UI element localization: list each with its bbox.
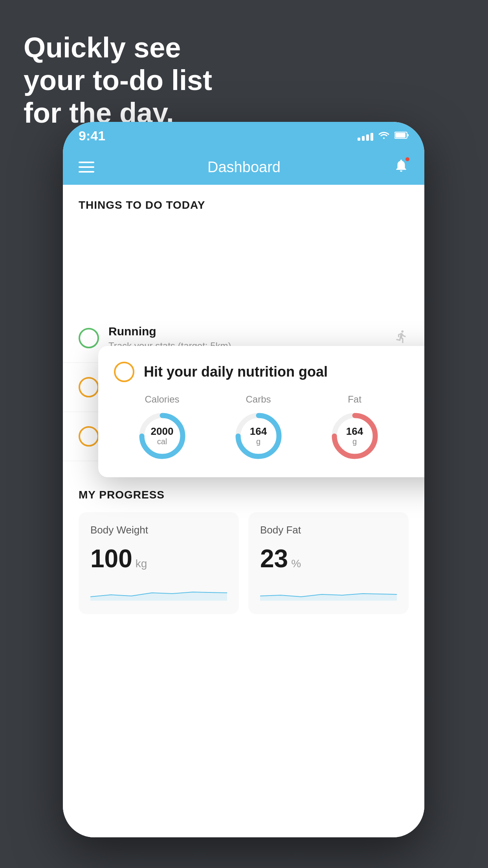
- calories-item: Calories 2000 cal: [137, 394, 188, 462]
- svg-rect-2: [407, 134, 409, 136]
- body-weight-card[interactable]: Body Weight 100 kg: [79, 512, 239, 614]
- fat-value: 164 g: [346, 426, 363, 446]
- notification-dot: [405, 156, 410, 162]
- carbs-label: Carbs: [246, 394, 271, 405]
- app-content: THINGS TO DO TODAY Hit your daily nutrit…: [63, 185, 424, 837]
- signal-bars-icon: [358, 131, 373, 141]
- shoe-icon: [394, 329, 409, 347]
- menu-button[interactable]: [79, 162, 94, 173]
- status-time: 9:41: [79, 128, 105, 143]
- headline-line2: your to-do list: [24, 64, 212, 96]
- phone-frame: 9:41: [63, 122, 424, 837]
- nav-title: Dashboard: [207, 159, 281, 176]
- calories-label: Calories: [145, 394, 179, 405]
- carbs-item: Carbs 164 g: [233, 394, 284, 462]
- body-weight-value-row: 100 kg: [90, 544, 227, 573]
- headline: Quickly see your to-do list for the day.: [24, 31, 212, 129]
- status-icons: [358, 130, 409, 142]
- progress-header: MY PROGRESS: [79, 489, 409, 501]
- body-fat-value: 23: [260, 544, 288, 573]
- card-title: Hit your daily nutrition goal: [144, 364, 328, 380]
- fat-item: Fat 164 g: [329, 394, 380, 462]
- body-stats-check-circle[interactable]: [79, 377, 99, 397]
- status-bar: 9:41: [63, 122, 424, 149]
- photos-check-circle[interactable]: [79, 426, 99, 447]
- body-weight-value: 100: [90, 544, 132, 573]
- running-title: Running: [108, 325, 394, 338]
- card-title-row: Hit your daily nutrition goal: [114, 362, 424, 382]
- body-fat-card[interactable]: Body Fat 23 %: [248, 512, 409, 614]
- notifications-button[interactable]: [394, 158, 409, 177]
- nutrition-card: Hit your daily nutrition goal Calories: [98, 346, 424, 477]
- calories-value: 2000 cal: [151, 426, 174, 446]
- carbs-value: 164 g: [250, 426, 267, 446]
- fat-label: Fat: [348, 394, 361, 405]
- body-fat-sparkline: [260, 581, 397, 601]
- carbs-donut: 164 g: [233, 410, 284, 462]
- body-weight-sparkline: [90, 581, 227, 601]
- headline-line1: Quickly see: [24, 32, 181, 63]
- body-fat-unit: %: [291, 557, 301, 570]
- nutrition-check-circle[interactable]: [114, 362, 134, 382]
- running-check-circle[interactable]: [79, 328, 99, 348]
- nutrition-circles: Calories 2000 cal: [114, 394, 424, 462]
- progress-cards: Body Weight 100 kg Body Fat 23 %: [79, 512, 409, 614]
- progress-section: MY PROGRESS Body Weight 100 kg B: [63, 473, 424, 614]
- things-to-do-header: THINGS TO DO TODAY: [63, 185, 424, 219]
- svg-rect-1: [395, 133, 405, 138]
- wifi-icon: [378, 130, 390, 142]
- fat-donut: 164 g: [329, 410, 380, 462]
- body-weight-unit: kg: [136, 557, 147, 570]
- calories-donut: 2000 cal: [137, 410, 188, 462]
- body-fat-value-row: 23 %: [260, 544, 397, 573]
- body-weight-card-title: Body Weight: [90, 524, 227, 536]
- nav-bar: Dashboard: [63, 149, 424, 185]
- battery-icon: [394, 130, 409, 142]
- body-fat-card-title: Body Fat: [260, 524, 397, 536]
